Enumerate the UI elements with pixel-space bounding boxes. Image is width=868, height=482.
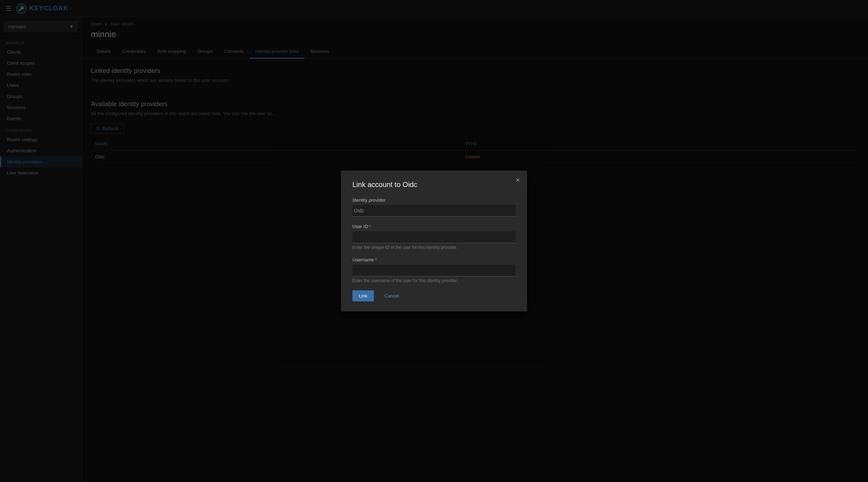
user-id-label: User ID* — [352, 224, 516, 229]
modal-close-button[interactable]: × — [516, 176, 520, 183]
form-group-user-id: User ID* Enter the unique ID of the user… — [352, 224, 516, 250]
modal-title: Link account to Oidc — [352, 181, 516, 189]
username-label: Username* — [352, 257, 516, 262]
username-hint: Enter the username of the user for this … — [352, 278, 516, 283]
username-required: * — [375, 257, 377, 262]
form-group-identity-provider: Identity provider — [352, 197, 516, 217]
identity-provider-input[interactable] — [352, 205, 516, 217]
form-group-username: Username* Enter the username of the user… — [352, 257, 516, 283]
modal-actions: Link Cancel — [352, 290, 516, 301]
user-id-input[interactable] — [352, 231, 516, 243]
user-id-hint: Enter the unique ID of the user for this… — [352, 245, 516, 250]
identity-provider-label: Identity provider — [352, 197, 516, 203]
cancel-button[interactable]: Cancel — [378, 290, 405, 301]
user-id-required: * — [369, 224, 371, 229]
link-button[interactable]: Link — [352, 290, 374, 301]
modal-dialog: Link account to Oidc × Identity provider… — [341, 171, 527, 311]
modal-overlay: Link account to Oidc × Identity provider… — [0, 0, 868, 482]
username-input[interactable] — [352, 265, 516, 276]
